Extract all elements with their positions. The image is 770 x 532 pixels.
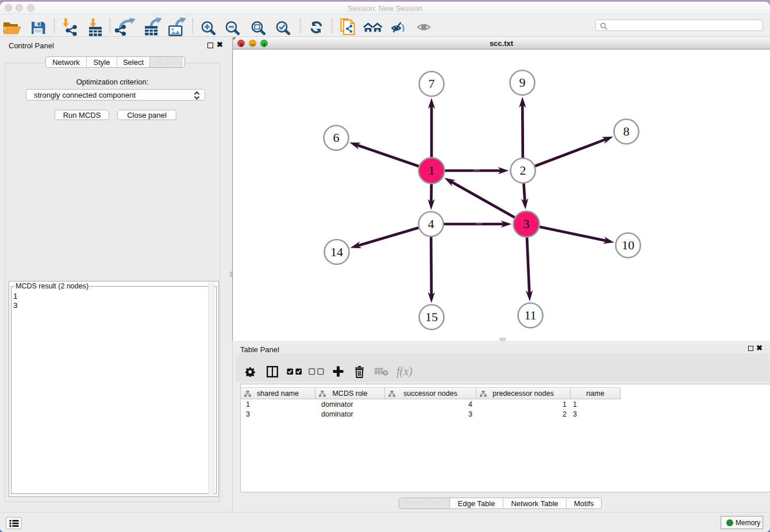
svg-text:1: 1 — [429, 163, 435, 178]
svg-text:15: 15 — [425, 310, 438, 324]
svg-text:14: 14 — [330, 245, 343, 259]
svg-text:9: 9 — [519, 75, 526, 90]
svg-text:3: 3 — [523, 217, 530, 231]
svg-text:2: 2 — [520, 163, 526, 178]
svg-text:11: 11 — [524, 308, 536, 322]
svg-text:4: 4 — [428, 217, 434, 231]
svg-text:7: 7 — [429, 76, 435, 91]
svg-text:8: 8 — [623, 124, 630, 138]
svg-text:10: 10 — [622, 238, 634, 252]
svg-text:6: 6 — [333, 130, 340, 145]
